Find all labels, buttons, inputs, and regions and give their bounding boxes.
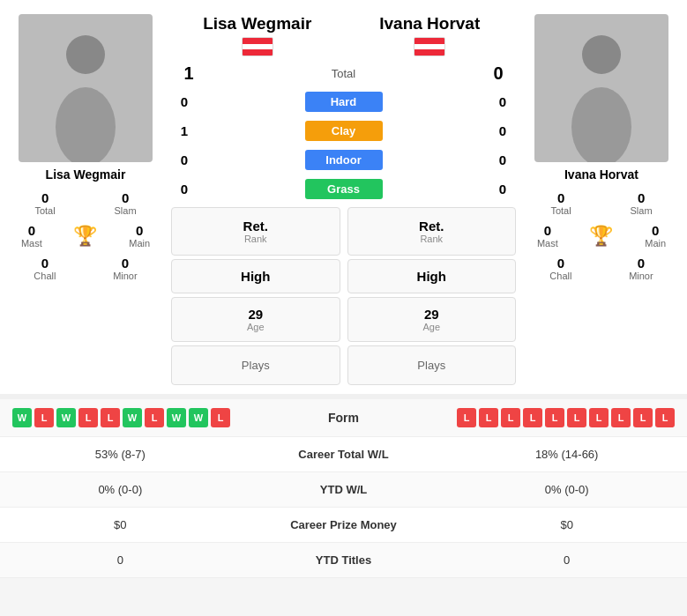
left-age-label: Age [181,322,331,332]
total-label: Total [206,67,481,80]
right-form-badges: LLLLLLLLLL [379,408,676,427]
surface-badge: Indoor [305,150,383,170]
stats-table: 53% (8-7) Career Total W/L 18% (14-66) 0… [0,437,687,578]
left-player-silhouette [46,30,125,162]
stat-right-value: 0 [446,543,687,578]
right-player-silhouette [562,30,641,162]
surface-badge: Hard [305,92,383,112]
surface-right-score: 0 [489,152,516,167]
left-stat-slam: 0 Slam [115,190,137,216]
left-form-badges: WLWLLWLWWL [12,408,309,427]
left-stat-main: 0 Main [129,223,150,249]
right-player-name: Ivana Horvat [564,167,638,182]
right-header-name: Ivana Horvat [379,14,480,33]
stats-row: 0 YTD Titles 0 [0,543,687,578]
surface-row: 0 Hard 0 [171,89,516,115]
surface-right-score: 0 [489,123,516,138]
left-player-header: Lisa Wegmair [171,14,344,56]
surface-badge: Grass [305,179,383,199]
surface-right-score: 0 [489,182,516,197]
form-badge: L [589,408,609,427]
left-plays-value: Plays [181,359,331,372]
form-badge: W [123,408,142,427]
svg-point-0 [66,35,105,74]
stat-left-value: 0% (0-0) [0,472,241,508]
form-badge: L [457,408,476,427]
surface-left-score: 1 [171,123,198,138]
left-age-box: 29 Age [171,297,340,342]
left-rank-box: Ret. Rank [171,207,340,256]
left-age-value: 29 [181,307,331,322]
right-stat-chall: 0 Chall [549,256,571,281]
right-flag [414,37,445,56]
form-badge: L [611,408,631,427]
form-badge: L [633,408,653,427]
left-player-photo [19,14,153,162]
right-age-value: 29 [357,307,507,322]
form-badge: W [12,408,32,427]
form-badge: L [211,408,230,427]
left-player-name: Lisa Wegmair [46,167,126,182]
left-high-value: High [181,269,331,284]
center-block: Lisa Wegmair Ivana Horvat [171,14,516,385]
right-plays-value: Plays [357,359,507,372]
stat-right-value: $0 [446,508,687,543]
right-player-card: Ivana Horvat 0 Total 0 Slam 0 Mast 🏆 [521,14,682,385]
form-badge: L [545,408,564,427]
left-stat-chall: 0 Chall [34,256,56,281]
stat-left-value: 0 [0,543,241,578]
right-stat-minor: 0 Minor [629,256,653,281]
left-rank-value: Ret. [181,219,331,234]
surface-left-score: 0 [171,182,198,197]
stat-center-label: Career Total W/L [241,437,447,472]
surface-badge: Clay [305,121,383,141]
left-stat-total: 0 Total [34,190,55,216]
left-header-name: Lisa Wegmair [203,14,311,33]
right-stat-main: 0 Main [645,223,666,249]
left-flag [242,37,273,56]
left-trophy-icon: 🏆 [73,226,97,246]
surface-right-score: 0 [489,94,516,109]
right-high-value: High [357,269,507,284]
stat-right-value: 0% (0-0) [446,472,687,508]
surface-row: 0 Grass 0 [171,176,516,202]
form-section: WLWLLWLWWL Form LLLLLLLLLL [0,399,687,437]
right-age-label: Age [357,322,507,332]
left-plays-box: Plays [171,345,340,385]
left-stat-minor: 0 Minor [113,256,138,281]
surface-rows: 0 Hard 0 1 Clay 0 0 Indoor 0 0 Grass 0 [171,89,516,202]
form-badge: L [655,408,675,427]
left-rank-label: Rank [181,234,331,244]
form-badge: W [189,408,208,427]
right-total-score: 0 [481,63,516,84]
svg-point-3 [571,87,631,162]
stats-row: 0% (0-0) YTD W/L 0% (0-0) [0,472,687,508]
right-rank-label: Rank [357,234,507,244]
svg-point-1 [56,87,116,162]
right-age-box: 29 Age [347,297,517,342]
left-high-box: High [171,259,340,293]
right-plays-box: Plays [347,345,517,385]
surface-row: 1 Clay 0 [171,118,516,144]
left-total-score: 1 [171,63,206,84]
right-high-box: High [347,259,517,293]
right-rank-box: Ret. Rank [347,207,517,256]
form-badge: L [479,408,498,427]
form-badge: L [523,408,542,427]
right-stat-total: 0 Total [550,190,571,216]
left-stat-mast: 0 Mast [21,223,42,249]
stat-left-value: 53% (8-7) [0,437,241,472]
form-badge: W [167,408,186,427]
right-player-header: Ivana Horvat [344,14,517,56]
left-player-card: Lisa Wegmair 0 Total 0 Slam 0 Mast 🏆 [5,14,166,385]
right-trophy-icon: 🏆 [589,226,613,246]
right-rank-value: Ret. [357,219,507,234]
right-stat-slam: 0 Slam [631,190,653,216]
form-badge: L [145,408,164,427]
form-badge: L [101,408,120,427]
form-badge: W [56,408,76,427]
stat-center-label: YTD W/L [241,472,447,508]
form-badge: L [501,408,520,427]
form-badge: L [78,408,98,427]
stat-left-value: $0 [0,508,241,543]
